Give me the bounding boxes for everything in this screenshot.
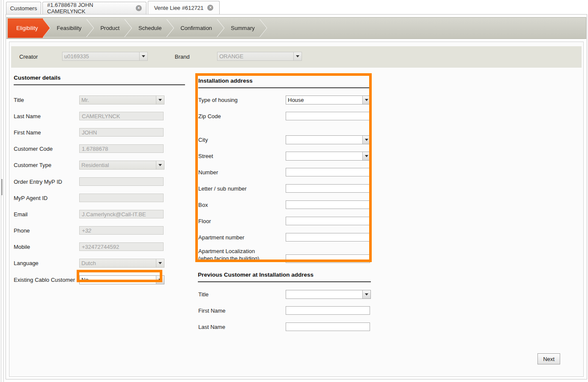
field-value (286, 290, 362, 298)
field-label: Last Name (198, 324, 225, 330)
tab-vente-liee[interactable]: Vente Liee #612721 × (148, 1, 220, 14)
left-splitter-line (3, 0, 4, 382)
customer-type-select: Residential (79, 161, 164, 170)
chevron-down-icon (362, 96, 370, 104)
step-label: Confirmation (180, 25, 212, 31)
chevron-down-icon (139, 52, 147, 60)
apartment-number-field[interactable] (286, 233, 370, 242)
field-value (286, 136, 362, 144)
previous-last-name-field[interactable] (286, 322, 370, 331)
chevron-down-icon (293, 52, 301, 60)
previous-first-name-field[interactable] (286, 306, 370, 315)
brand-select: ORANGE (217, 52, 302, 61)
type-of-housing-select[interactable]: House (286, 96, 371, 104)
apartment-localization-field[interactable] (286, 254, 370, 263)
title-select: Mr. (79, 96, 164, 104)
field-label: Customer Type (14, 162, 51, 168)
field-label: Apartment number (198, 234, 245, 241)
floor-field[interactable] (286, 217, 370, 225)
step-label: Feasibility (57, 25, 82, 31)
creator-value: u0169335 (63, 52, 139, 60)
field-label: First Name (14, 129, 41, 136)
myp-agent-id-field (79, 194, 164, 202)
field-value: Dutch (80, 259, 156, 267)
customer-details-heading: Customer details (14, 75, 185, 85)
existing-cablo-customer-select[interactable]: No (79, 275, 164, 284)
document-tab-bar: Customers #1.6788678 JOHN CAMERLYNCK × V… (6, 0, 588, 14)
chevron-down-icon (156, 161, 164, 169)
chevron-down-icon (156, 259, 164, 267)
box-field[interactable] (286, 200, 370, 209)
field-label: Type of housing (198, 97, 238, 103)
chevron-down-icon (362, 136, 370, 144)
wizard-step-summary[interactable]: Summary (217, 19, 267, 37)
last-name-field (79, 112, 164, 120)
tab-label: #1.6788678 JOHN CAMERLYNCK (47, 2, 132, 15)
field-value (286, 152, 362, 160)
order-entry-myp-id-field (79, 177, 164, 186)
letter-sub-number-field[interactable] (286, 184, 370, 193)
language-select: Dutch (79, 259, 164, 268)
field-label: Street (198, 153, 213, 159)
field-label: Apartment Localization (198, 248, 255, 254)
field-value: Mr. (80, 96, 156, 104)
brand-label: Brand (175, 54, 190, 60)
main-panel: Eligibility Feasibility Product Schedule… (6, 14, 587, 379)
number-field[interactable] (286, 168, 370, 176)
field-label: Title (14, 97, 24, 103)
first-name-field (79, 128, 164, 137)
field-label: Customer Code (14, 146, 53, 152)
chevron-down-icon (362, 152, 370, 160)
wizard-step-feasibility[interactable]: Feasibility (43, 19, 94, 37)
street-select[interactable] (286, 152, 371, 161)
field-label: Title (198, 291, 209, 298)
splitter-handle[interactable] (1, 179, 3, 195)
step-label: Product (100, 25, 119, 31)
chevron-down-icon (156, 96, 164, 104)
field-label: First Name (198, 307, 226, 314)
field-label: MyP Agent ID (14, 195, 48, 201)
field-label: Mobile (14, 244, 30, 250)
wizard-step-bar: Eligibility Feasibility Product Schedule… (6, 17, 586, 39)
field-label-line2: (when facing the building) (198, 256, 259, 262)
previous-title-select[interactable] (286, 290, 371, 299)
creator-label: Creator (19, 54, 38, 60)
creator-brand-bar: Creator u0169335 Brand ORANGE (11, 46, 582, 68)
close-icon[interactable]: × (136, 5, 142, 11)
field-label: Letter / sub number (198, 185, 247, 192)
form-panel: Creator u0169335 Brand ORANGE Customer d… (9, 42, 584, 377)
field-label: Phone (14, 227, 30, 234)
field-value: House (286, 96, 362, 104)
tab-label: Vente Liee #612721 (154, 5, 204, 11)
field-label: Number (198, 169, 218, 176)
field-value: Residential (80, 161, 156, 169)
wizard-step-confirmation[interactable]: Confirmation (167, 19, 224, 37)
field-value: No (80, 276, 156, 284)
field-label: Box (198, 202, 208, 208)
installation-address-heading: Installation address (198, 78, 371, 88)
wizard-step-schedule[interactable]: Schedule (125, 19, 173, 37)
tab-customers[interactable]: Customers (6, 2, 41, 14)
step-label: Eligibility (16, 25, 38, 31)
phone-field (79, 226, 164, 235)
close-icon[interactable]: × (207, 5, 213, 11)
field-label: City (198, 137, 208, 143)
tab-label: Customers (10, 5, 37, 12)
field-label: Language (14, 260, 39, 266)
chevron-down-icon (156, 276, 164, 284)
field-label: Floor (198, 218, 211, 224)
customer-code-field (79, 144, 164, 153)
field-label: Existing Cablo Customer (14, 277, 75, 283)
tab-customer-record[interactable]: #1.6788678 JOHN CAMERLYNCK × (42, 2, 146, 14)
step-label: Schedule (138, 25, 161, 31)
zip-code-field[interactable] (286, 112, 370, 120)
chevron-down-icon (362, 290, 370, 298)
mobile-field (79, 242, 164, 251)
brand-value: ORANGE (218, 52, 293, 60)
email-field (79, 210, 164, 218)
city-select[interactable] (286, 135, 371, 144)
next-button[interactable]: Next (537, 353, 560, 364)
creator-select: u0169335 (62, 52, 148, 61)
previous-customer-heading: Previous Customer at Installation addres… (198, 272, 371, 282)
field-label: Zip Code (198, 113, 221, 119)
